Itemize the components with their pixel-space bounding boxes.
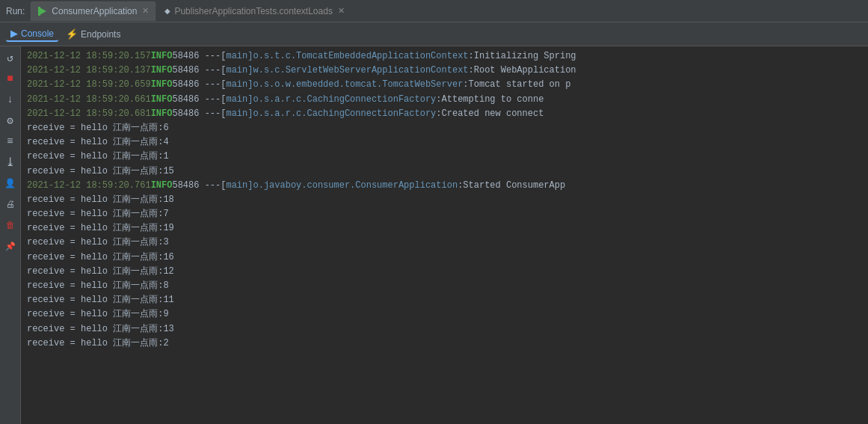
log-colon: :: [469, 64, 474, 78]
log-colon: :: [469, 49, 474, 64]
log-level: INFO: [151, 49, 173, 64]
endpoints-button[interactable]: ⚡ Endpoints: [61, 27, 125, 41]
stop-icon[interactable]: ■: [2, 70, 19, 87]
log-line: receive = hello 江南一点雨:6: [27, 121, 862, 135]
log-bracket: [: [221, 49, 226, 64]
log-line: receive = hello 江南一点雨:13: [27, 322, 862, 337]
log-line: receive = hello 江南一点雨:16: [27, 251, 862, 265]
log-plain-message: receive = hello 江南一点雨:18: [27, 193, 174, 207]
log-timestamp: 2021-12-12 18:59:20.157: [27, 49, 151, 64]
tab-consumer-label: ConsumerApplication: [52, 6, 137, 16]
console-icon: ▶: [10, 28, 18, 39]
log-timestamp: 2021-12-12 18:59:20.661: [27, 93, 151, 107]
log-level: INFO: [151, 107, 173, 121]
log-line: receive = hello 江南一点雨:2: [27, 337, 862, 351]
log-class: o.s.a.r.c.CachingConnectionFactory: [253, 107, 436, 121]
log-message: Attempting to conne: [442, 93, 544, 107]
log-message: Created new connect: [442, 107, 544, 121]
main-area: ↺ ■ ↓ ⚙ ≡ ⤓ 👤 🖨 🗑 📌 2021-12-12 18:59:20.…: [0, 46, 868, 424]
import-icon[interactable]: ⤓: [2, 154, 19, 170]
svg-rect-1: [38, 7, 40, 16]
log-line: 2021-12-12 18:59:20.681 INFO 58486 --- […: [27, 107, 862, 121]
log-space2: 58486 ---: [172, 49, 221, 64]
log-line: receive = hello 江南一点雨:4: [27, 135, 862, 150]
log-timestamp: 2021-12-12 18:59:20.681: [27, 107, 151, 121]
log-timestamp: 2021-12-12 18:59:20.659: [27, 78, 151, 92]
log-space2: 58486 ---: [172, 93, 221, 107]
log-class: w.s.c.ServletWebServerApplicationContext: [253, 64, 468, 78]
log-plain-message: receive = hello 江南一点雨:11: [27, 293, 174, 307]
console-label: Console: [21, 28, 54, 39]
users-icon[interactable]: 👤: [2, 175, 19, 191]
log-thread: main]: [226, 179, 253, 193]
log-line: 2021-12-12 18:59:20.761 INFO 58486 --- […: [27, 179, 862, 193]
toolbar: ▶ Console ⚡ Endpoints: [0, 22, 868, 46]
log-message: Root WebApplication: [474, 64, 576, 78]
log-thread: main]: [226, 49, 253, 64]
log-space2: 58486 ---: [172, 179, 221, 193]
log-colon: :: [458, 179, 463, 193]
log-class: o.javaboy.consumer.ConsumerApplication: [253, 179, 458, 193]
delete-icon[interactable]: 🗑: [2, 217, 19, 233]
console-button[interactable]: ▶ Console: [6, 26, 58, 42]
log-thread: main]: [226, 107, 253, 121]
print-icon[interactable]: 🖨: [2, 196, 19, 212]
log-plain-message: receive = hello 江南一点雨:15: [27, 165, 174, 179]
fold-icon[interactable]: ≡: [2, 133, 19, 150]
log-line: 2021-12-12 18:59:20.157 INFO 58486 --- […: [27, 49, 862, 64]
tab-publisher-close[interactable]: ✕: [338, 6, 345, 16]
log-line: receive = hello 江南一点雨:7: [27, 207, 862, 221]
log-plain-message: receive = hello 江南一点雨:12: [27, 265, 174, 279]
log-plain-message: receive = hello 江南一点雨:6: [27, 121, 169, 135]
endpoints-icon: ⚡: [66, 28, 78, 40]
log-colon: :: [436, 93, 441, 107]
log-level: INFO: [151, 64, 173, 78]
log-plain-message: receive = hello 江南一点雨:7: [27, 207, 169, 221]
log-class: o.s.t.c.TomcatEmbeddedApplicationContext: [253, 49, 468, 64]
log-message: Initializing Spring: [474, 49, 576, 64]
log-line: receive = hello 江南一点雨:9: [27, 307, 862, 322]
log-line: receive = hello 江南一点雨:18: [27, 193, 862, 207]
log-line: 2021-12-12 18:59:20.659 INFO 58486 --- […: [27, 78, 862, 92]
log-bracket: [: [221, 64, 226, 78]
log-timestamp: 2021-12-12 18:59:20.137: [27, 64, 151, 78]
tab-publisher-label: PublisherApplicationTests.contextLoads: [174, 6, 332, 16]
log-line: receive = hello 江南一点雨:3: [27, 236, 862, 250]
log-plain-message: receive = hello 江南一点雨:13: [27, 322, 174, 337]
run-label: Run:: [6, 6, 25, 16]
tab-publisher-icon: ◆: [164, 7, 170, 15]
log-level: INFO: [151, 78, 173, 92]
rerun-icon[interactable]: ↺: [2, 49, 19, 66]
log-space2: 58486 ---: [172, 107, 221, 121]
log-level: INFO: [151, 93, 173, 107]
svg-marker-0: [40, 7, 46, 15]
scroll-end-icon[interactable]: ↓: [2, 91, 19, 108]
log-bracket: [: [221, 78, 226, 92]
log-output[interactable]: 2021-12-12 18:59:20.157 INFO 58486 --- […: [21, 46, 868, 424]
log-line: 2021-12-12 18:59:20.137 INFO 58486 --- […: [27, 64, 862, 78]
pin-icon[interactable]: 📌: [2, 238, 19, 254]
log-plain-message: receive = hello 江南一点雨:8: [27, 279, 169, 293]
log-line: receive = hello 江南一点雨:15: [27, 165, 862, 179]
log-colon: :: [463, 78, 468, 92]
log-message: Tomcat started on p: [469, 78, 571, 92]
log-message: Started ConsumerApp: [463, 179, 565, 193]
log-line: receive = hello 江南一点雨:8: [27, 279, 862, 293]
endpoints-label: Endpoints: [81, 29, 120, 40]
log-level: INFO: [151, 179, 173, 193]
log-line: receive = hello 江南一点雨:12: [27, 265, 862, 279]
tab-consumer-application[interactable]: ConsumerApplication ✕: [31, 1, 156, 21]
log-colon: :: [436, 107, 441, 121]
log-thread: main]: [226, 78, 253, 92]
log-bracket: [: [221, 93, 226, 107]
log-plain-message: receive = hello 江南一点雨:19: [27, 221, 174, 236]
tab-consumer-close[interactable]: ✕: [142, 6, 149, 16]
log-plain-message: receive = hello 江南一点雨:1: [27, 150, 169, 164]
log-class: o.s.a.r.c.CachingConnectionFactory: [253, 93, 436, 107]
run-icon: [37, 6, 48, 16]
log-space2: 58486 ---: [172, 78, 221, 92]
log-plain-message: receive = hello 江南一点雨:2: [27, 337, 169, 351]
settings-icon[interactable]: ⚙: [2, 112, 19, 129]
log-thread: main]: [226, 64, 253, 78]
tab-publisher-tests[interactable]: ◆ PublisherApplicationTests.contextLoads…: [158, 1, 350, 21]
